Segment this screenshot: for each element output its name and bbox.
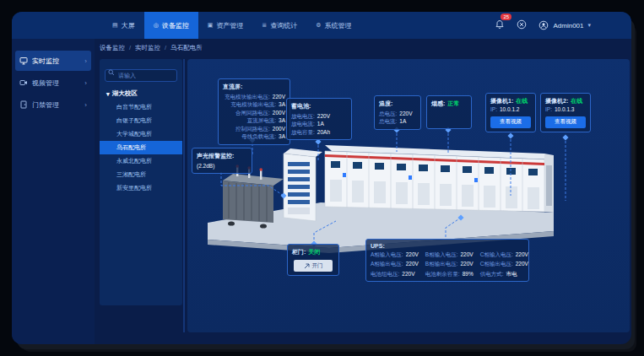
field-value: 3A (279, 132, 285, 140)
screen-icon: ▤ (112, 22, 118, 29)
field-value: 220V (516, 251, 528, 258)
field-value: 220V (399, 110, 412, 117)
field-label: 充电模块输出电压: (225, 93, 270, 100)
alarm-value: (2.2dB) (197, 162, 214, 170)
screenshot-stage: ▤ 大屏 ◎ 设备监控 ▣ 资产管理 ≣ 查询统计 ⚙ 系统管理 (0, 0, 644, 356)
tree-item-substation[interactable]: 三湘配电所 (105, 168, 177, 181)
panel-divider (183, 59, 185, 332)
camera-ip: 10.0.1.3 (555, 105, 575, 113)
monitor-icon: ◎ (154, 22, 159, 29)
user-menu[interactable]: Admin001 ▾ (538, 20, 591, 30)
breadcrumb-item[interactable]: 设备监控 (100, 44, 125, 52)
username: Admin001 (553, 22, 583, 30)
tab-label: 设备监控 (162, 21, 189, 30)
field-label: B相输入电压: (425, 251, 458, 258)
sidebar-item-realtime-monitor[interactable]: 实时监控 › (15, 51, 91, 71)
view-video-button[interactable]: 查看视频 (545, 116, 586, 128)
video-camera-icon (19, 78, 28, 87)
callout-cabinet-door: 柜门:关闭 开门 (287, 244, 339, 276)
field-label: B相输出电压: (425, 260, 458, 267)
sidebar-item-access-control[interactable]: 门禁管理 › (15, 94, 91, 115)
tab-dashboard[interactable]: ▤ 大屏 (103, 12, 144, 39)
callout-title: 温度: (379, 100, 416, 108)
breadcrumb: 设备监控 / 实时监控 / 乌石配电所 (100, 44, 203, 52)
user-avatar-icon (538, 20, 549, 30)
field-label: 电池组电压: (371, 270, 399, 278)
field-label: IP: (545, 105, 552, 113)
callout-dc-panel: 直流屏: 充电模块输出电压:220V 充电模块输出电流:3A 合闸回路电压:20… (218, 78, 290, 145)
breadcrumb-item[interactable]: 实时监控 (135, 44, 160, 52)
tab-label: 资产管理 (216, 21, 243, 30)
open-door-icon (304, 263, 310, 269)
tab-asset-management[interactable]: ▣ 资产管理 (198, 12, 253, 39)
field-label: 母线负载电流: (241, 132, 276, 140)
tab-label: 查询统计 (270, 21, 297, 30)
field-value: 220V (406, 260, 419, 267)
search-input[interactable] (105, 69, 177, 82)
view-video-button[interactable]: 查看视频 (490, 116, 531, 128)
fullscreen-icon[interactable] (517, 18, 527, 33)
tree-item-substation[interactable]: 大学城配电所 (105, 127, 177, 141)
field-value: 市电 (506, 270, 517, 278)
search-icon (108, 69, 115, 76)
tree-group-campus[interactable]: ▾ 湖大校区 (106, 89, 177, 98)
breadcrumb-item[interactable]: 乌石配电所 (170, 44, 203, 52)
tree-item-substation[interactable]: 白银子配电所 (105, 114, 177, 127)
field-value: 220V (317, 112, 330, 120)
substation-3d-view-panel: 直流屏: 充电模块输出电压:220V 充电模块输出电流:3A 合闸回路电压:20… (187, 59, 630, 332)
field-label: 电池剩余容量: (425, 270, 460, 278)
callout-title: UPS: (371, 243, 524, 249)
notification-bell-icon[interactable]: 25 (495, 18, 505, 33)
status-badge: 在线 (571, 97, 582, 105)
status-badge: 在线 (516, 97, 528, 105)
field-value: 220V (406, 251, 419, 258)
tree-item-substation-selected[interactable]: 乌石配电所 (100, 141, 182, 154)
callout-title: 烟感: (431, 100, 445, 108)
tree-search (105, 66, 177, 82)
open-door-label: 开门 (312, 262, 323, 270)
callout-title: 直流屏: (223, 83, 285, 91)
tab-device-monitor[interactable]: ◎ 设备监控 (144, 12, 198, 39)
callout-title: 摄像机2: (545, 97, 568, 105)
chevron-right-icon: › (84, 57, 87, 65)
callout-ups: UPS: A相输入电压:220V B相输入电压:220V C相输入电压:220V… (365, 239, 529, 282)
substation-tree-panel: ▾ 湖大校区 白音节配电所 白银子配电所 大学城配电所 乌石配电所 永威北配电所… (100, 59, 182, 305)
field-label: 控制回路电压: (235, 125, 270, 132)
field-label: A相输入电压: (371, 251, 403, 258)
nav-tabs: ▤ 大屏 ◎ 设备监控 ▣ 资产管理 ≣ 查询统计 ⚙ 系统管理 (103, 12, 361, 39)
callout-camera-2: 摄像机2:在线 IP:10.0.1.3 查看视频 (540, 93, 591, 132)
field-label: 总电流: (379, 117, 397, 125)
gear-icon: ⚙ (316, 22, 321, 29)
field-label: 放电电流: (291, 120, 315, 127)
field-label: IP: (490, 105, 497, 113)
callout-camera-1: 摄像机1:在线 IP:10.0.1.2 查看视频 (485, 93, 536, 132)
tree-item-substation[interactable]: 永威北配电所 (105, 154, 177, 168)
sidebar-item-label: 视频管理 (32, 78, 59, 88)
field-value: 200V (273, 109, 285, 116)
sidebar-item-video-management[interactable]: 视频管理 › (15, 73, 91, 93)
open-door-button[interactable]: 开门 (294, 260, 333, 272)
tab-query-stats[interactable]: ≣ 查询统计 (252, 12, 306, 39)
field-value: 220V (461, 251, 474, 258)
field-label: A相输出电压: (371, 260, 403, 267)
callout-sound-light-alarm: 声光报警监控: (2.2dB) (192, 148, 252, 174)
field-label: 供电方式: (480, 270, 504, 278)
field-label: C相输出电压: (480, 260, 513, 267)
notification-badge: 25 (501, 13, 511, 20)
field-value: 3A (279, 100, 285, 108)
tab-label: 大屏 (122, 21, 135, 30)
tab-label: 系统管理 (325, 21, 352, 30)
callout-title: 摄像机1: (490, 97, 513, 105)
asset-icon: ▣ (208, 22, 214, 29)
field-label: 充电模块输出电流: (230, 100, 276, 108)
field-value: 89% (463, 270, 474, 278)
tree-item-substation[interactable]: 白音节配电所 (105, 100, 177, 114)
grid-monitor-icon (19, 57, 28, 65)
field-label: C相输入电压: (480, 251, 513, 258)
top-navbar: ▤ 大屏 ◎ 设备监控 ▣ 资产管理 ≣ 查询统计 ⚙ 系统管理 (12, 12, 631, 39)
field-label: 放电容量: (291, 128, 315, 136)
field-value: 1A (399, 117, 406, 125)
chevron-down-icon: ▾ (587, 22, 591, 29)
tab-system-management[interactable]: ⚙ 系统管理 (306, 12, 360, 39)
tree-item-substation[interactable]: 新安里配电所 (105, 181, 177, 195)
